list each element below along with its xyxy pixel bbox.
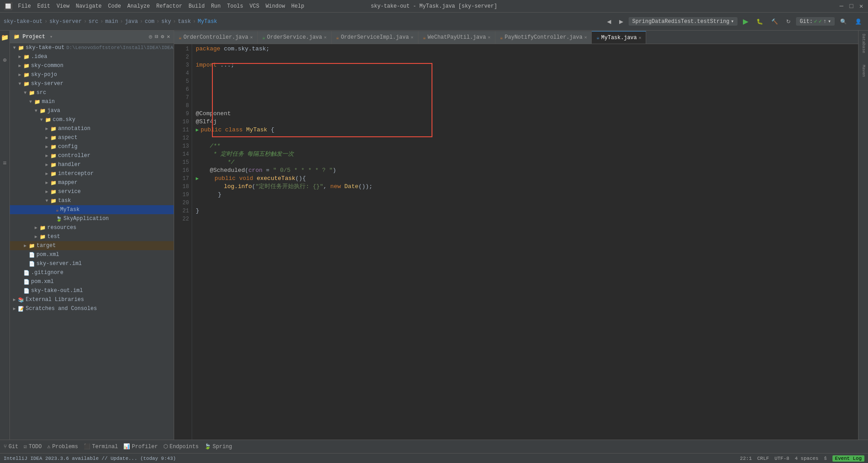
- tab-paynotifycontroller[interactable]: ☕ PayNotifyController.java ✕: [495, 31, 592, 44]
- breadcrumb-com[interactable]: com: [145, 18, 155, 25]
- menu-run[interactable]: Run: [208, 2, 224, 10]
- database-icon[interactable]: Database: [860, 32, 867, 54]
- tree-item-pom-server[interactable]: 📄 pom.xml: [10, 250, 174, 259]
- tree-item-resources[interactable]: ▶ 📁 resources: [10, 223, 174, 232]
- menu-analyze[interactable]: Analyze: [125, 2, 153, 10]
- tree-item-mytask[interactable]: ☕ MyTask: [10, 205, 174, 214]
- tree-item-iml-server[interactable]: 📄 sky-server.iml: [10, 259, 174, 268]
- locate-icon[interactable]: ◎: [149, 33, 152, 40]
- menu-navigate[interactable]: Navigate: [73, 2, 104, 10]
- chevron-down-icon[interactable]: ▾: [49, 34, 53, 40]
- close-tab-icon[interactable]: ✕: [639, 35, 641, 40]
- tree-item-handler[interactable]: ▶ 📁 handler: [10, 160, 174, 169]
- close-tab-icon[interactable]: ✕: [324, 35, 327, 40]
- minimize-button[interactable]: ─: [838, 3, 845, 9]
- search-button[interactable]: 🔍: [837, 18, 850, 26]
- structure-icon[interactable]: ≡: [0, 157, 10, 170]
- tree-item-com-sky[interactable]: ▼ 📁 com.sky: [10, 115, 174, 124]
- code-area[interactable]: package com.sky.task; import ...;: [192, 44, 858, 224]
- tab-orderserviceimpl[interactable]: ☕ OrderServiceImpl.java ✕: [332, 31, 418, 44]
- collapse-icon[interactable]: ⊟: [155, 33, 158, 40]
- tree-item-annotation[interactable]: ▶ 📁 annotation: [10, 124, 174, 133]
- code-editor[interactable]: package com.sky.task; import ...;: [192, 44, 858, 440]
- menu-code[interactable]: Code: [105, 2, 124, 10]
- git-button[interactable]: ⑂ Git: [4, 444, 18, 450]
- tree-item-main[interactable]: ▼ 📁 main: [10, 97, 174, 106]
- tree-item-controller[interactable]: ▶ 📁 controller: [10, 151, 174, 160]
- menu-window[interactable]: Window: [263, 2, 288, 10]
- tab-ordercontroller[interactable]: ☕ OrderController.java ✕: [174, 31, 258, 44]
- run-gutter-icon[interactable]: ▶: [196, 126, 199, 134]
- menu-tools[interactable]: Tools: [225, 2, 246, 10]
- tree-item-pom-root[interactable]: 📄 pom.xml: [10, 277, 174, 286]
- run-button[interactable]: ▶: [740, 16, 751, 27]
- menu-vcs[interactable]: VCS: [247, 2, 262, 10]
- tree-item-iml-root[interactable]: 📄 sky-take-out.iml: [10, 286, 174, 295]
- encoding[interactable]: UTF-8: [774, 456, 789, 461]
- line-ending[interactable]: CRLF: [757, 456, 769, 461]
- tab-wechatpayutil[interactable]: ☕ WeChatPayUtil.java ✕: [418, 31, 495, 44]
- profiler-button[interactable]: 📊 Profiler: [123, 443, 158, 450]
- debug-button[interactable]: 🐛: [754, 18, 766, 26]
- maximize-button[interactable]: □: [848, 3, 855, 9]
- tree-item-idea[interactable]: ▶ 📁 .idea: [10, 52, 174, 61]
- breadcrumb-task[interactable]: task: [178, 18, 191, 25]
- forward-button[interactable]: ▶: [616, 18, 626, 26]
- project-icon[interactable]: 📁: [0, 31, 10, 44]
- breadcrumb-src[interactable]: src: [89, 18, 99, 25]
- run-config-dropdown[interactable]: SpringDataRedisTest.testString ▾: [629, 17, 738, 26]
- back-button[interactable]: ◀: [604, 18, 614, 26]
- tree-item-java[interactable]: ▼ 📁 java: [10, 106, 174, 115]
- tree-item-target[interactable]: ▶ 📁 target: [10, 241, 174, 250]
- tree-item-gitignore[interactable]: 📄 .gitignore: [10, 268, 174, 277]
- breadcrumb-module[interactable]: sky-server: [49, 18, 82, 25]
- tree-item-sky-server[interactable]: ▼ 📁 sky-server: [10, 79, 174, 88]
- cursor-position[interactable]: 22:1: [740, 456, 751, 461]
- settings-icon[interactable]: ⚙: [161, 33, 164, 40]
- maven-icon[interactable]: Maven: [860, 63, 867, 78]
- menu-edit[interactable]: Edit: [35, 2, 53, 10]
- tree-item-sky-pojo[interactable]: ▶ 📁 sky-pojo: [10, 70, 174, 79]
- indent-setting[interactable]: 4 spaces: [795, 456, 819, 461]
- close-panel-icon[interactable]: ✕: [167, 33, 170, 40]
- breadcrumb-sky[interactable]: sky: [162, 18, 171, 25]
- tree-item-ext-libs[interactable]: ▶ 📚 External Libraries: [10, 295, 174, 304]
- commit-icon[interactable]: ⊕: [0, 53, 10, 67]
- breadcrumb-java[interactable]: java: [125, 18, 138, 25]
- tree-item-scratches[interactable]: ▶ 📝 Scratches and Consoles: [10, 304, 174, 313]
- todo-button[interactable]: ☑ TODO: [24, 443, 42, 450]
- tree-item-service[interactable]: ▶ 📁 service: [10, 187, 174, 196]
- tree-item-config[interactable]: ▶ 📁 config: [10, 142, 174, 151]
- close-tab-icon[interactable]: ✕: [411, 35, 414, 40]
- sync-button[interactable]: ↻: [783, 18, 793, 26]
- tree-item-root[interactable]: ▼ 📁 sky-take-out D:\LenovoSoftstore\Inst…: [10, 43, 174, 52]
- problems-button[interactable]: ⚠ Problems: [47, 443, 78, 450]
- spring-button[interactable]: 🍃 Spring: [204, 443, 232, 450]
- tree-item-skyapplication[interactable]: 🍃 SkyApplication: [10, 214, 174, 223]
- tree-item-mapper[interactable]: ▶ 📁 mapper: [10, 178, 174, 187]
- tree-item-src[interactable]: ▼ 📁 src: [10, 88, 174, 97]
- menu-refactor[interactable]: Refactor: [153, 2, 185, 10]
- update-message[interactable]: IntelliJ IDEA 2023.3.6 available // Upda…: [4, 456, 176, 461]
- event-log-button[interactable]: Event Log: [832, 455, 864, 462]
- endpoints-button[interactable]: ⬡ Endpoints: [163, 443, 199, 450]
- terminal-button[interactable]: ⬛ Terminal: [84, 443, 118, 450]
- tree-item-task[interactable]: ▼ 📁 task: [10, 196, 174, 205]
- menu-help[interactable]: Help: [288, 2, 307, 10]
- close-tab-icon[interactable]: ✕: [584, 35, 587, 40]
- menu-view[interactable]: View: [54, 2, 72, 10]
- tab-orderservice[interactable]: ☕ OrderService.java ✕: [258, 31, 332, 44]
- run-method-gutter-icon[interactable]: ▶: [196, 175, 199, 183]
- tree-item-sky-common[interactable]: ▶ 📁 sky-common: [10, 61, 174, 70]
- tree-item-aspect[interactable]: ▶ 📁 aspect: [10, 133, 174, 142]
- close-tab-icon[interactable]: ✕: [250, 35, 253, 40]
- tree-item-interceptor[interactable]: ▶ 📁 interceptor: [10, 169, 174, 178]
- breadcrumb-project[interactable]: sky-take-out: [4, 18, 42, 25]
- breadcrumb-file[interactable]: MyTask: [198, 18, 217, 25]
- git-dropdown[interactable]: Git: ✓ ✓ ↑ ▾: [796, 17, 835, 26]
- close-button[interactable]: ✕: [858, 3, 864, 9]
- breadcrumb-main[interactable]: main: [105, 18, 118, 25]
- tree-item-test[interactable]: ▶ 📁 test: [10, 232, 174, 241]
- close-tab-icon[interactable]: ✕: [488, 35, 490, 40]
- profile-button[interactable]: 👤: [852, 18, 864, 26]
